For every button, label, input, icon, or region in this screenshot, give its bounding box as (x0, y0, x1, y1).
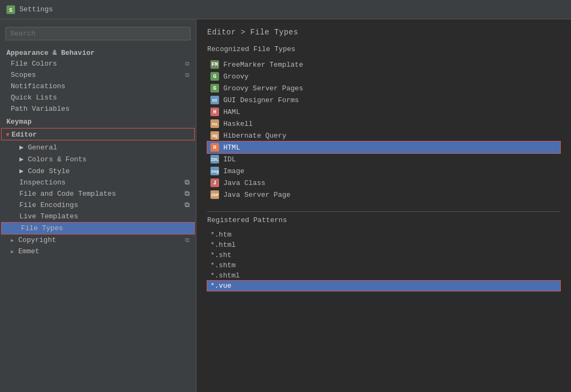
file-icon-image: img (210, 167, 219, 175)
file-type-java-server[interactable]: JSP Java Server Page (207, 189, 560, 201)
file-type-hibernate[interactable]: HQ Hibernate Query (207, 130, 560, 141)
sidebar-item-quick-lists[interactable]: Quick Lists (0, 92, 196, 103)
file-icon-hibernate: HQ (210, 131, 219, 140)
file-icon-idl: IDL (210, 155, 219, 163)
file-icon-freemarker: FM (210, 60, 219, 69)
sidebar-item-code-style[interactable]: ▶ Code Style (0, 165, 196, 177)
file-type-groovy-server[interactable]: G Groovy Server Pages (207, 82, 560, 94)
file-type-java-class[interactable]: J Java Class (207, 177, 560, 189)
arrow-icon: ▶ (11, 248, 14, 255)
pattern-shtm[interactable]: *.shtm (207, 260, 560, 270)
search-container (0, 24, 196, 46)
breadcrumb: Editor > File Types (207, 28, 560, 37)
svg-text:S: S (9, 8, 12, 13)
editor-collapse-arrow: ▼ (6, 132, 10, 138)
sidebar-item-scopes[interactable]: Scopes ⧉ (0, 69, 196, 81)
search-input[interactable] (5, 27, 191, 40)
file-type-label: Hibernate Query (223, 132, 286, 140)
divider (207, 211, 560, 212)
file-type-label: Java Server Page (223, 191, 291, 199)
file-type-label: Haskell (223, 120, 253, 128)
sidebar-item-colors-fonts[interactable]: ▶ Colors & Fonts (0, 153, 196, 165)
copy-icon: ⧉ (185, 72, 189, 79)
section-header-appearance: Appearance & Behavior (0, 46, 196, 58)
sidebar-item-general[interactable]: ▶ General (0, 141, 196, 153)
file-type-gui[interactable]: UI GUI Designer Forms (207, 94, 560, 106)
file-icon-jsp: JSP (210, 190, 219, 199)
recognized-section-title: Recognized File Types (207, 45, 560, 53)
content-panel: Editor > File Types Recognized File Type… (196, 19, 571, 392)
sidebar-item-live-templates[interactable]: Live Templates (0, 211, 196, 222)
file-type-label: Image (223, 167, 244, 175)
editor-label: Editor (12, 131, 37, 139)
file-type-label: FreeMarker Template (223, 61, 303, 69)
main-layout: Appearance & Behavior File Colors ⧉ Scop… (0, 19, 571, 392)
file-type-label: HTML (223, 144, 240, 152)
registered-section-title: Registered Patterns (207, 216, 560, 224)
file-type-haskell[interactable]: hs Haskell (207, 118, 560, 130)
window-title: Settings (19, 5, 53, 13)
sidebar-item-copyright[interactable]: ▶ Copyright ⧉ (0, 234, 196, 246)
file-type-image[interactable]: img Image (207, 165, 560, 177)
arrow-icon: ▶ (11, 237, 14, 244)
sidebar-item-path-variables[interactable]: Path Variables (0, 103, 196, 115)
arrow-icon: ▶ (19, 167, 24, 175)
file-type-label: Groovy Server Pages (223, 84, 303, 92)
file-icon-java: J (210, 179, 219, 187)
sidebar-item-file-types[interactable]: File Types (1, 222, 195, 234)
file-icon-haskell: hs (210, 119, 219, 128)
sidebar-item-notifications[interactable]: Notifications (0, 81, 196, 92)
title-bar: S Settings (0, 0, 571, 19)
app-icon: S (6, 5, 15, 14)
pattern-vue[interactable]: *.vue (207, 281, 560, 291)
copy-icon: ⧉ (185, 61, 189, 67)
file-type-html[interactable]: H HTML (207, 141, 560, 153)
section-header-keymap: Keymap (0, 115, 196, 127)
sidebar-item-inspections[interactable]: Inspections ⧉ (0, 177, 196, 188)
file-type-label: HAML (223, 108, 240, 116)
file-types-list: FM FreeMarker Template G Groovy G Groovy… (207, 59, 560, 201)
file-icon-groovy: G (210, 72, 219, 81)
file-icon-gui: UI (210, 96, 219, 104)
copy-icon: ⧉ (185, 190, 189, 198)
pattern-htm[interactable]: *.htm (207, 230, 560, 240)
pattern-shtml[interactable]: *.shtml (207, 270, 560, 281)
file-type-label: IDL (223, 155, 236, 163)
file-icon-groovy-server: G (210, 84, 219, 92)
pattern-sht[interactable]: *.sht (207, 250, 560, 260)
section-header-editor[interactable]: ▼ Editor (1, 128, 195, 140)
patterns-list: *.htm *.html *.sht *.shtm *.shtml *.vue (207, 230, 560, 291)
sidebar: Appearance & Behavior File Colors ⧉ Scop… (0, 19, 196, 392)
copy-icon: ⧉ (185, 179, 189, 187)
file-type-idl[interactable]: IDL IDL (207, 153, 560, 165)
sidebar-item-emmet[interactable]: ▶ Emmet (0, 246, 196, 257)
file-type-groovy[interactable]: G Groovy (207, 70, 560, 82)
copy-icon: ⧉ (185, 201, 189, 209)
pattern-html[interactable]: *.html (207, 240, 560, 250)
sidebar-item-file-encodings[interactable]: File Encodings ⧉ (0, 199, 196, 211)
file-icon-haml: H (210, 108, 219, 116)
file-type-haml[interactable]: H HAML (207, 106, 560, 118)
arrow-icon: ▶ (19, 155, 24, 163)
file-type-freemarker[interactable]: FM FreeMarker Template (207, 59, 560, 70)
sidebar-item-file-colors[interactable]: File Colors ⧉ (0, 58, 196, 69)
file-type-label: Groovy (223, 73, 249, 81)
copy-icon: ⧉ (185, 237, 189, 244)
file-type-label: Java Class (223, 179, 265, 187)
arrow-icon: ▶ (19, 144, 24, 152)
file-icon-html: H (210, 143, 219, 152)
file-type-label: GUI Designer Forms (223, 96, 299, 104)
sidebar-item-file-code-templates[interactable]: File and Code Templates ⧉ (0, 188, 196, 199)
